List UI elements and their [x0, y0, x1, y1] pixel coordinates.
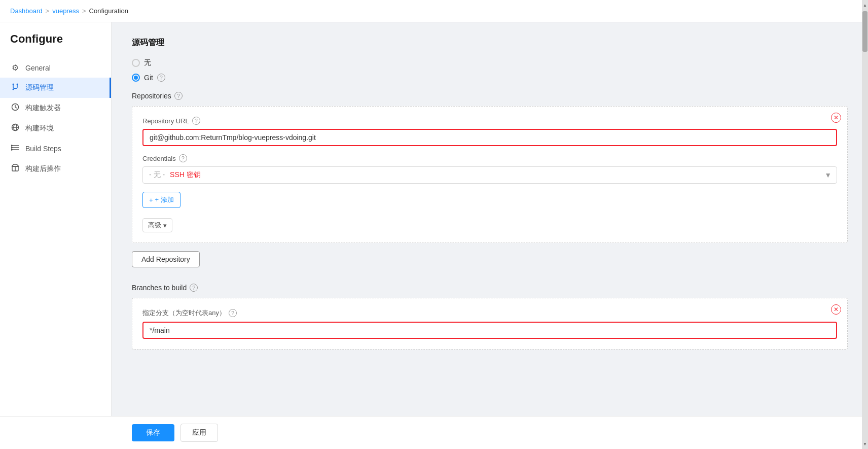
sidebar-label-build-trigger: 构建触发器: [25, 103, 61, 113]
repository-card: ✕ Repository URL ? Credentials ? - 无 - S…: [132, 106, 848, 243]
advanced-btn[interactable]: 高级 ▾: [142, 218, 172, 232]
branch-card: ✕ 指定分支（为空时代表any） ?: [132, 298, 848, 350]
branch-card-close-btn[interactable]: ✕: [831, 304, 841, 315]
sidebar-label-source-mgmt: 源码管理: [25, 83, 54, 92]
repositories-label: Repositories ?: [132, 92, 848, 100]
add-repository-label: Add Repository: [141, 255, 190, 263]
scrollbar[interactable]: ▲ ▼: [862, 0, 868, 449]
repo-url-input[interactable]: [142, 129, 837, 146]
branch-field-help-icon[interactable]: ?: [229, 309, 237, 317]
credentials-ssh-label: SSH 密钥: [170, 170, 201, 180]
radio-git-label: Git: [144, 74, 153, 82]
bottom-bar: 保存 应用: [0, 416, 868, 449]
globe-icon: [10, 123, 20, 133]
radio-none-label: 无: [144, 58, 151, 67]
sidebar-item-build-steps[interactable]: Build Steps: [0, 139, 111, 159]
breadcrumb-dashboard[interactable]: Dashboard: [10, 7, 43, 15]
branches-help-icon[interactable]: ?: [190, 284, 198, 292]
svg-point-1: [17, 84, 18, 85]
main-content: 源码管理 无 Git ? Repositories ? ✕ Reposito: [112, 22, 868, 448]
credentials-field-label: Credentials ?: [142, 154, 837, 162]
sidebar-label-post-build: 构建后操作: [25, 164, 61, 174]
radio-none[interactable]: 无: [132, 58, 848, 67]
list-icon: [10, 144, 20, 154]
credentials-select[interactable]: - 无 - SSH 密钥 ▼: [142, 166, 837, 184]
radio-none-circle: [132, 59, 140, 67]
branch-input[interactable]: [142, 322, 837, 339]
add-credentials-btn[interactable]: + + 添加: [142, 192, 180, 208]
scroll-thumb[interactable]: [862, 11, 867, 52]
radio-git-circle: [132, 74, 140, 82]
source-radio-group: 无 Git ?: [132, 58, 848, 82]
svg-point-13: [11, 149, 12, 150]
branches-label: Branches to build ?: [132, 284, 848, 292]
sidebar-title: Configure: [0, 32, 111, 58]
box-icon: [10, 164, 20, 174]
svg-point-12: [11, 147, 12, 148]
scroll-up-arrow[interactable]: ▲: [862, 1, 868, 9]
breadcrumb-current: Configuration: [89, 7, 128, 15]
repo-url-help-icon[interactable]: ?: [192, 117, 200, 125]
save-button[interactable]: 保存: [132, 424, 174, 441]
credentials-help-icon[interactable]: ?: [179, 154, 187, 162]
branches-section: Branches to build ? ✕ 指定分支（为空时代表any） ?: [132, 284, 848, 350]
add-repository-btn[interactable]: Add Repository: [132, 251, 200, 267]
clock-icon: [10, 103, 20, 113]
sidebar-item-build-env[interactable]: 构建环境: [0, 118, 111, 139]
sidebar-label-general: General: [25, 64, 51, 72]
svg-point-0: [13, 84, 14, 85]
breadcrumb-sep-1: >: [46, 7, 50, 15]
sidebar-item-post-build[interactable]: 构建后操作: [0, 159, 111, 179]
advanced-chevron-icon: ▾: [163, 222, 167, 229]
sidebar-item-source-mgmt[interactable]: 源码管理: [0, 78, 111, 98]
credentials-none-label: - 无 -: [149, 170, 165, 180]
advanced-label: 高级: [148, 221, 161, 230]
svg-point-11: [11, 145, 12, 146]
sidebar-label-build-env: 构建环境: [25, 124, 54, 133]
plus-icon: +: [149, 196, 153, 204]
breadcrumb-sep-2: >: [82, 7, 86, 15]
gear-icon: ⚙: [10, 63, 20, 73]
scroll-down-arrow[interactable]: ▼: [862, 440, 868, 448]
repositories-help-icon[interactable]: ?: [174, 92, 183, 100]
breadcrumb: Dashboard > vuepress > Configuration: [0, 0, 868, 22]
add-btn-label: + 添加: [155, 195, 174, 204]
sidebar-item-general[interactable]: ⚙ General: [0, 58, 111, 78]
repo-card-close-btn[interactable]: ✕: [831, 113, 841, 123]
breadcrumb-vuepress[interactable]: vuepress: [52, 7, 79, 15]
section-title: 源码管理: [132, 38, 848, 48]
dropdown-arrow-icon: ▼: [824, 171, 831, 179]
svg-point-2: [13, 89, 14, 90]
radio-git[interactable]: Git ?: [132, 74, 848, 82]
branch-field-label: 指定分支（为空时代表any） ?: [142, 308, 837, 318]
sidebar-label-build-steps: Build Steps: [25, 145, 61, 153]
sidebar: Configure ⚙ General 源码管理: [0, 22, 112, 448]
repo-url-field-label: Repository URL ?: [142, 117, 837, 125]
sidebar-item-build-trigger[interactable]: 构建触发器: [0, 98, 111, 118]
apply-button[interactable]: 应用: [180, 424, 218, 442]
branch-icon: [10, 83, 20, 93]
credentials-select-wrapper: - 无 - SSH 密钥 ▼: [142, 166, 837, 184]
git-help-icon[interactable]: ?: [157, 74, 165, 82]
